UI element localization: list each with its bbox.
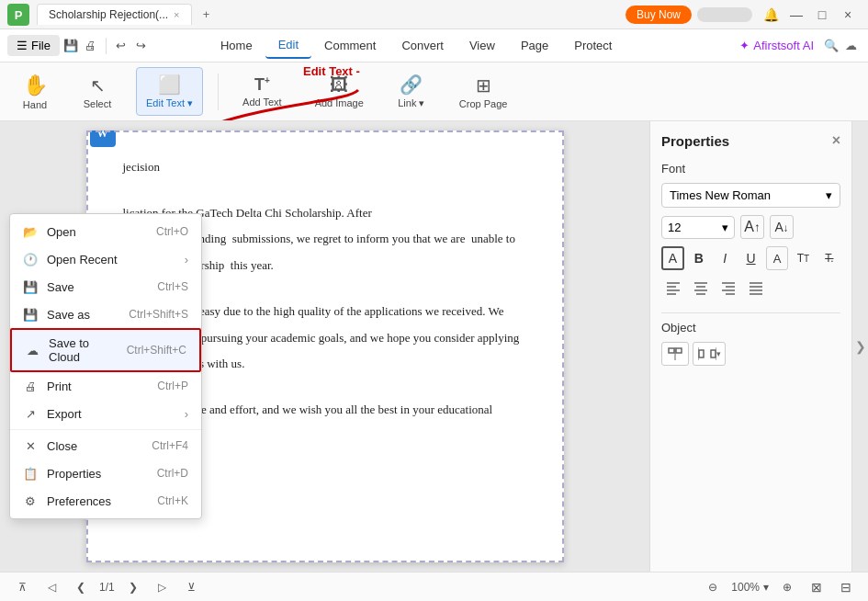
file-menu-button[interactable]: ☰ File <box>7 35 60 56</box>
preferences-icon: ⚙ <box>23 493 38 508</box>
color-button[interactable]: A <box>766 246 789 270</box>
separator1 <box>218 74 219 110</box>
save-as-icon: 💾 <box>23 307 38 322</box>
object-distribute-button[interactable]: ▾ <box>693 342 726 366</box>
menu-open[interactable]: 📂 Open Ctrl+O <box>10 218 201 245</box>
app-logo: P <box>7 4 29 26</box>
nav-comment[interactable]: Comment <box>311 33 389 58</box>
sidebar-toggle[interactable]: ❯ <box>851 121 868 572</box>
new-tab-button[interactable]: + <box>196 4 218 26</box>
menu-properties[interactable]: 📋 Properties Ctrl+D <box>10 459 201 487</box>
tool-add-image[interactable]: 🖼 Add Image <box>306 69 373 114</box>
print-icon[interactable]: 🖨 <box>84 39 98 53</box>
edit-text-icon: ⬜ <box>158 74 181 96</box>
size-dropdown-arrow: ▾ <box>722 221 728 234</box>
zoom-out-button[interactable]: ⊖ <box>702 576 724 598</box>
align-right-button[interactable] <box>716 276 740 300</box>
pdf-line-1: jecision <box>123 158 527 177</box>
nav-convert[interactable]: Convert <box>389 33 457 58</box>
prev-button[interactable]: ❮ <box>70 576 92 598</box>
undo-icon[interactable]: ↩ <box>114 39 129 53</box>
tool-link[interactable]: 🔗 Link ▾ <box>388 68 435 115</box>
font-shrink-button[interactable]: A↓ <box>770 215 794 239</box>
buy-now-button[interactable]: Buy Now <box>626 6 692 24</box>
tool-crop-page[interactable]: ⊞ Crop Page <box>450 69 517 115</box>
font-name-select[interactable]: Times New Roman ▾ <box>661 183 840 208</box>
menu-close[interactable]: ✕ Close Ctrl+F4 <box>10 432 201 459</box>
maximize-button[interactable]: □ <box>809 2 835 28</box>
font-name-value: Times New Roman <box>670 188 771 202</box>
menu-preferences[interactable]: ⚙ Preferences Ctrl+K <box>10 487 201 515</box>
open-recent-icon: 🕐 <box>23 252 38 266</box>
menu-save-as[interactable]: 💾 Save as Ctrl+Shift+S <box>10 300 201 328</box>
italic-button[interactable]: I <box>714 246 736 270</box>
align-left-button[interactable] <box>661 276 685 300</box>
font-format-row: A B I U A TT T. <box>661 246 840 270</box>
search-icon[interactable]: 🔍 <box>823 38 840 54</box>
tool-select[interactable]: ↖ Select <box>73 69 121 115</box>
redo-icon[interactable]: ↪ <box>134 39 149 53</box>
svg-rect-3 <box>667 286 676 288</box>
tab-close-icon[interactable]: × <box>174 9 179 20</box>
nav-edit[interactable]: Edit <box>265 32 311 59</box>
ai-star-icon: ✦ <box>739 39 750 52</box>
last-page-button[interactable]: ⊻ <box>181 576 203 598</box>
font-size-value: 12 <box>668 221 681 234</box>
ai-label: Afirstsoft AI <box>753 39 814 52</box>
svg-rect-17 <box>750 293 762 295</box>
active-tab[interactable]: Scholarship Rejection(... × <box>37 4 192 25</box>
align-justify-button[interactable] <box>744 276 768 300</box>
menu-save[interactable]: 💾 Save Ctrl+S <box>10 273 201 300</box>
distribute-arrow: ▾ <box>716 349 721 358</box>
menu-print[interactable]: 🖨 Print Ctrl+P <box>10 372 201 400</box>
minimize-button[interactable]: — <box>783 2 809 28</box>
nav-home[interactable]: Home <box>208 33 265 58</box>
rating-bar <box>697 7 752 22</box>
close-button[interactable]: × <box>835 2 861 28</box>
next-page-button[interactable]: ▷ <box>152 576 174 598</box>
zoom-dropdown-icon[interactable]: ▾ <box>763 581 769 594</box>
object-align-button[interactable] <box>661 342 689 366</box>
save-label: Save <box>47 280 148 294</box>
font-size-select[interactable]: 12 ▾ <box>661 216 735 239</box>
save-as-label: Save as <box>47 308 119 322</box>
fit-page-button[interactable]: ⊟ <box>835 576 857 598</box>
file-dropdown-menu: 📂 Open Ctrl+O 🕐 Open Recent › 💾 Save Ctr… <box>9 213 202 519</box>
prev-page-button[interactable]: ◁ <box>40 576 62 598</box>
select-label: Select <box>84 98 112 109</box>
fit-width-button[interactable]: ⊠ <box>806 576 828 598</box>
bold-button[interactable]: B <box>688 246 710 270</box>
save-icon[interactable]: 💾 <box>63 39 78 53</box>
font-grow-button[interactable]: A↑ <box>740 215 764 239</box>
properties-close-button[interactable]: × <box>832 132 840 149</box>
nav-page[interactable]: Page <box>508 33 561 58</box>
menu-save-to-cloud[interactable]: ☁ Save to Cloud Ctrl+Shift+C <box>10 328 201 372</box>
svg-rect-11 <box>726 286 735 288</box>
zoom-value: 100% <box>731 581 760 594</box>
print-menu-icon: 🖨 <box>23 379 38 393</box>
superscript-button[interactable]: TT <box>792 246 814 270</box>
notification-icon[interactable]: 🔔 <box>758 2 783 28</box>
first-page-button[interactable]: ⊼ <box>11 576 33 598</box>
align-center-button[interactable] <box>689 276 713 300</box>
menu-export[interactable]: ↗ Export › <box>10 400 201 427</box>
tool-add-text[interactable]: T+ Add Text <box>233 70 291 113</box>
menu-divider <box>10 429 201 430</box>
next-button[interactable]: ❯ <box>122 576 144 598</box>
close-shortcut: Ctrl+F4 <box>152 439 188 452</box>
font-section-label: Font <box>661 162 840 176</box>
zoom-in-button[interactable]: ⊕ <box>776 576 798 598</box>
underline-button[interactable]: U <box>739 246 761 270</box>
cloud-icon[interactable]: ☁ <box>841 35 861 56</box>
strikethrough-button[interactable]: T. <box>818 246 840 270</box>
ai-button[interactable]: ✦ Afirstsoft AI <box>732 35 821 56</box>
underline-color-button[interactable]: A <box>661 246 684 270</box>
svg-rect-12 <box>722 289 735 291</box>
properties-panel: Properties × Font Times New Roman ▾ 12 ▾… <box>649 121 851 572</box>
nav-view[interactable]: View <box>457 33 508 58</box>
menu-open-recent[interactable]: 🕐 Open Recent › <box>10 245 201 273</box>
tool-edit-text[interactable]: ⬜ Edit Text ▾ <box>136 67 203 116</box>
tool-hand[interactable]: ✋ Hand <box>11 68 59 116</box>
nav-protect[interactable]: Protect <box>561 33 625 58</box>
svg-rect-15 <box>750 286 762 288</box>
